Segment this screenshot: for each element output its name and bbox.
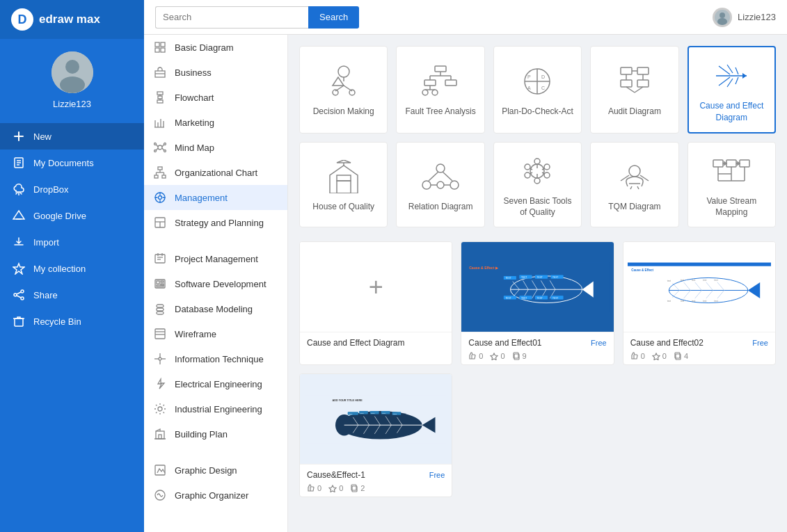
svg-point-37 (154, 150, 157, 152)
svg-point-20 (720, 13, 725, 18)
cat-flowchart[interactable]: Flowchart (144, 85, 287, 110)
relation-diagram-icon (420, 159, 461, 194)
svg-text:TEST: TEST (521, 296, 527, 299)
svg-text:label: label (349, 413, 353, 415)
template-card-1[interactable]: ADD YOUR TITLE HERE (299, 373, 452, 497)
import-icon (11, 236, 26, 248)
search-input[interactable] (155, 6, 308, 29)
svg-rect-28 (157, 92, 163, 95)
cat-software-dev[interactable]: Software Development (144, 271, 287, 296)
svg-text:label: label (382, 412, 386, 414)
cat-info-tech[interactable]: Information Technique (144, 346, 287, 371)
svg-line-122 (736, 77, 738, 84)
cat-graphic-organizer[interactable]: Graphic Organizer (144, 483, 287, 508)
svg-line-16 (17, 296, 21, 298)
svg-point-139 (525, 172, 530, 178)
diagram-label-cause-effect: Cause and Effect Diagram (694, 100, 769, 124)
cat-graphic-design[interactable]: Graphic Design (144, 458, 287, 483)
cat-basic-diagram[interactable]: Basic Diagram (144, 35, 287, 60)
avatar (51, 51, 93, 93)
template-card-blank[interactable]: + Cause and Effect Diagram (299, 241, 452, 365)
svg-point-127 (422, 181, 431, 189)
cat-label-database: Database Modeling (175, 304, 253, 314)
nav-item-import[interactable]: Import (0, 229, 144, 255)
free-badge-02: Free (752, 339, 768, 347)
nav-item-new[interactable]: New (0, 123, 144, 150)
svg-rect-22 (155, 42, 159, 47)
free-badge-1: Free (429, 471, 445, 479)
favorites-1: 0 (328, 484, 343, 492)
svg-rect-56 (155, 255, 165, 263)
cat-industrial[interactable]: Industrial Engineering (144, 396, 287, 421)
cat-database[interactable]: Database Modeling (144, 296, 287, 321)
diagram-card-cause-effect[interactable]: Cause and Effect Diagram (687, 46, 776, 134)
nav-item-google-drive[interactable]: Google Drive (0, 202, 144, 229)
favorites-01: 0 (490, 352, 504, 360)
diagram-card-tqm[interactable]: TQM Diagram (590, 142, 678, 228)
cat-marketing[interactable]: Marketing (144, 110, 287, 135)
cat-label-marketing: Marketing (175, 118, 214, 128)
project-mgmt-icon (154, 252, 168, 265)
template-card-01[interactable]: Cause & Effect ▶ (461, 241, 614, 365)
nav-item-share[interactable]: Share (0, 282, 144, 308)
fault-tree-icon (420, 64, 461, 99)
share-icon (11, 289, 26, 301)
search-button[interactable]: Search (308, 6, 359, 29)
diagram-card-house-quality[interactable]: House of Quality (299, 142, 388, 228)
svg-rect-67 (157, 308, 164, 311)
svg-text:ADD YOUR TITLE HERE: ADD YOUR TITLE HERE (332, 399, 363, 402)
svg-text:text: text (667, 280, 670, 282)
svg-text:TEXT: TEXT (506, 277, 511, 280)
cat-label-flowchart: Flowchart (175, 92, 214, 103)
main-area: Search Lizzie123 Basic Diagram Business (144, 0, 787, 532)
business-icon (154, 66, 168, 79)
diagram-label-house-quality: House of Quality (312, 201, 374, 213)
svg-point-13 (21, 297, 24, 300)
diagram-card-decision-making[interactable]: Decision Making (299, 46, 388, 134)
copies-1: 2 (350, 484, 365, 492)
diagram-card-seven-basic[interactable]: Seven Basic Tools of Quality (493, 142, 582, 228)
diagram-card-value-stream[interactable]: Value Stream Mapping (687, 142, 776, 228)
cat-label-graphic-design: Graphic Design (175, 465, 237, 476)
database-icon (154, 303, 168, 315)
plus-icon (11, 130, 26, 143)
template-preview-01: Cause & Effect ▶ (461, 242, 613, 332)
nav-item-my-collection[interactable]: My collection (0, 255, 144, 282)
svg-text:label: label (371, 412, 375, 414)
cat-mind-map[interactable]: Mind Map (144, 135, 287, 160)
category-panel: Basic Diagram Business Flowchart Marketi… (144, 35, 288, 532)
cat-strategy[interactable]: Strategy and Planning (144, 210, 287, 235)
copies-02: 4 (674, 352, 688, 360)
nav-item-recycle-bin[interactable]: Recycle Bin (0, 308, 144, 334)
svg-marker-11 (13, 264, 24, 274)
cat-org-chart[interactable]: Organizational Chart (144, 160, 287, 185)
template-footer-01: Cause and Effect01 Free 0 0 (461, 332, 613, 364)
svg-rect-93 (424, 80, 436, 86)
cat-project-mgmt[interactable]: Project Management (144, 246, 287, 271)
diagram-card-fault-tree[interactable]: Fault Tree Analysis (396, 46, 484, 134)
svg-rect-45 (154, 175, 158, 178)
diagram-label-value-stream: Value Stream Mapping (694, 195, 770, 219)
nav-item-my-documents[interactable]: My Documents (0, 150, 144, 176)
svg-text:P: P (527, 74, 531, 79)
cat-label-info-tech: Information Technique (175, 354, 264, 364)
cat-business[interactable]: Business (144, 60, 287, 85)
nav-item-dropbox[interactable]: DropBox (0, 176, 144, 202)
cat-building[interactable]: Building Plan (144, 421, 287, 446)
drive-icon (11, 209, 26, 222)
cat-label-project-mgmt: Project Management (175, 254, 258, 264)
cat-electrical[interactable]: Electrical Engineering (144, 371, 287, 396)
svg-line-121 (736, 67, 738, 74)
diagram-card-relation[interactable]: Relation Diagram (396, 142, 484, 228)
cat-wireframe[interactable]: Wireframe (144, 321, 287, 346)
svg-line-113 (626, 87, 635, 92)
svg-point-77 (158, 407, 162, 411)
template-preview-1: ADD YOUR TITLE HERE (300, 374, 452, 465)
electrical-icon (154, 378, 168, 390)
diagram-card-plan-do-check[interactable]: P D A C Plan-Do-Check-Act (493, 46, 582, 134)
template-card-02[interactable]: Cause & Effect (623, 241, 776, 365)
diagram-card-audit[interactable]: Audit Diagram (590, 46, 678, 134)
cat-management[interactable]: Management (144, 185, 287, 210)
svg-point-72 (159, 357, 161, 360)
svg-rect-79 (159, 435, 161, 439)
